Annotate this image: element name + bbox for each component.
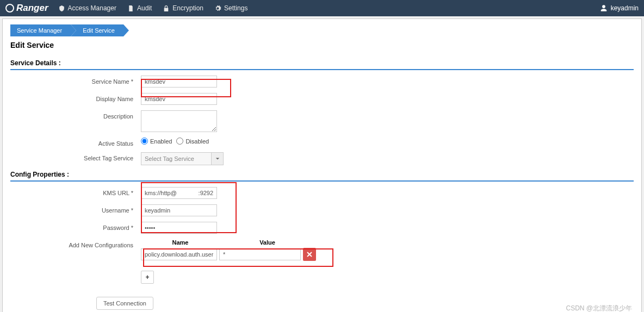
user-menu[interactable]: keyadmin: [600, 4, 639, 12]
brand-text: Ranger: [16, 3, 48, 14]
label-description: Description: [15, 110, 141, 120]
nav-audit[interactable]: Audit: [127, 4, 152, 12]
chevron-down-icon: [215, 157, 220, 161]
config-value-input[interactable]: [219, 248, 301, 260]
page-title: Edit Service: [10, 41, 634, 49]
breadcrumb: Service Manager Edit Service: [10, 24, 634, 36]
radio-enabled-label[interactable]: Enabled: [141, 138, 172, 145]
label-active-status: Active Status: [15, 138, 141, 147]
nav-label: Audit: [137, 4, 152, 12]
nav-label: Encryption: [172, 4, 203, 12]
nav-label: Settings: [224, 4, 247, 12]
nav-settings[interactable]: Settings: [214, 4, 247, 12]
ranger-icon: [5, 4, 14, 13]
label-display-name: Display Name: [15, 93, 141, 102]
radio-disabled[interactable]: [176, 138, 183, 145]
gear-icon: [214, 5, 221, 12]
label-select-tag: Select Tag Service: [15, 152, 141, 161]
breadcrumb-service-manager[interactable]: Service Manager: [10, 24, 71, 36]
delete-config-button[interactable]: [303, 248, 316, 261]
test-connection-button[interactable]: Test Connection: [96, 297, 153, 310]
nav-access-manager[interactable]: Access Manager: [58, 4, 116, 12]
kms-url-input[interactable]: [141, 187, 217, 199]
brand-logo[interactable]: Ranger: [5, 3, 48, 14]
label-add-new-config: Add New Configurations: [15, 239, 141, 248]
radio-enabled-text: Enabled: [150, 138, 172, 145]
add-config-button[interactable]: +: [141, 271, 154, 284]
radio-disabled-text: Disabled: [185, 138, 209, 145]
username-input[interactable]: [141, 204, 217, 216]
radio-enabled[interactable]: [141, 138, 148, 145]
divider: [10, 69, 634, 70]
divider: [10, 180, 634, 182]
lock-icon: [163, 5, 170, 12]
config-name-input[interactable]: [141, 248, 217, 260]
user-icon: [600, 4, 608, 12]
shield-icon: [58, 5, 65, 12]
csdn-watermark: CSDN @北漂流浪少年: [566, 304, 632, 312]
label-password: Password *: [15, 222, 141, 231]
col-value: Value: [220, 239, 315, 246]
section-service-details: Service Details :: [10, 59, 634, 67]
select-tag-dropdown-button[interactable]: [212, 152, 224, 165]
user-name: keyadmin: [611, 4, 639, 12]
select-tag-service[interactable]: Select Tag Service: [141, 152, 212, 165]
description-input[interactable]: [141, 110, 217, 132]
nav-label: Access Manager: [68, 4, 116, 12]
password-input[interactable]: [141, 222, 217, 234]
col-name: Name: [141, 239, 220, 246]
section-config-properties: Config Properties :: [10, 171, 634, 178]
config-row: [141, 248, 316, 261]
document-icon: [127, 5, 134, 12]
service-name-input[interactable]: [141, 76, 217, 88]
radio-disabled-label[interactable]: Disabled: [176, 138, 209, 145]
nav-encryption[interactable]: Encryption: [163, 4, 203, 12]
label-kms-url: KMS URL *: [15, 187, 141, 196]
breadcrumb-edit-service[interactable]: Edit Service: [71, 24, 123, 36]
label-service-name: Service Name *: [15, 76, 141, 85]
display-name-input[interactable]: [141, 93, 217, 105]
label-username: Username *: [15, 204, 141, 214]
close-icon: [307, 252, 312, 257]
